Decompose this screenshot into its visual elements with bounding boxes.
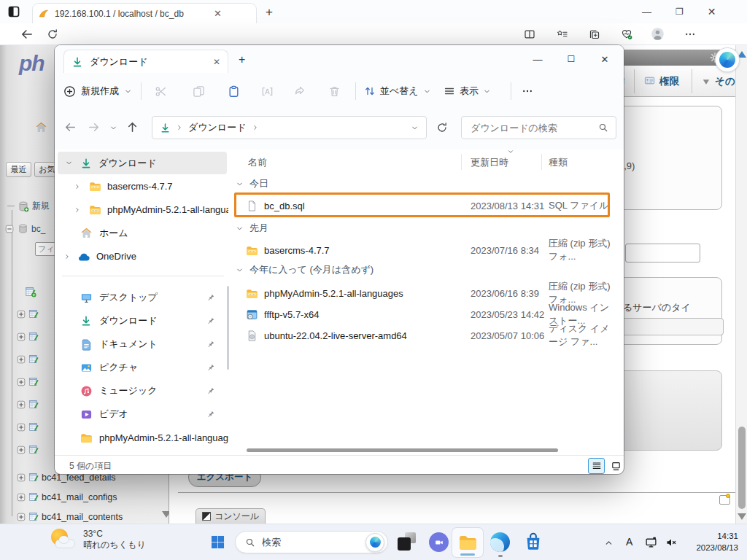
expand-plus-icon[interactable] <box>16 332 26 342</box>
group-header-earlier-this-year[interactable]: 今年に入って (今月は含めず) <box>236 263 374 276</box>
collapse-minus-icon[interactable] <box>4 224 15 234</box>
start-button[interactable] <box>210 534 225 550</box>
split-screen-icon[interactable] <box>524 28 535 40</box>
pma-console-tab[interactable]: コンソール <box>196 508 266 524</box>
details-view-button[interactable] <box>588 458 605 474</box>
horizontal-scrollbar-thumb[interactable] <box>247 448 558 452</box>
ime-mode-indicator[interactable]: A <box>626 536 632 548</box>
collections-icon[interactable] <box>589 28 600 40</box>
sidebar-item-downloads[interactable]: ダウンロード <box>58 309 227 332</box>
sidebar-item-home[interactable]: ホーム <box>58 222 227 244</box>
refresh-button[interactable] <box>436 122 448 133</box>
search-input[interactable] <box>469 122 598 134</box>
pma-table-row-mail-contents[interactable]: bc41_mail_contents <box>16 511 123 522</box>
new-tab-button[interactable]: + <box>266 6 273 18</box>
sidebar-item-basercms[interactable]: basercms-4.7.7 <box>58 175 227 198</box>
expand-plus-icon[interactable] <box>16 422 26 432</box>
sidebar-item-onedrive[interactable]: OneDrive <box>58 245 227 268</box>
browser-minimize-button[interactable]: — <box>642 7 651 18</box>
chevron-down-icon[interactable] <box>236 225 244 233</box>
view-button[interactable]: 表示 <box>444 80 491 102</box>
weather-widget[interactable]: 33°C 晴れのちくもり <box>48 527 146 552</box>
browser-essentials-icon[interactable] <box>621 28 632 40</box>
pma-table-row-mail-configs[interactable]: bc41_mail_configs <box>16 491 117 502</box>
chevron-right-icon[interactable] <box>63 253 71 260</box>
chevron-right-icon[interactable] <box>74 183 81 190</box>
taskbar-clock[interactable]: 14:31 2023/08/13 <box>681 530 738 553</box>
pma-tab-privileges[interactable]: 権限 <box>659 75 679 88</box>
breadcrumb-item[interactable]: ダウンロード <box>188 121 247 134</box>
expand-plus-icon[interactable] <box>16 377 26 387</box>
taskbar-edge-icon[interactable] <box>490 532 510 552</box>
favorites-bar-icon[interactable] <box>557 28 568 40</box>
browser-restore-button[interactable]: ❐ <box>676 7 684 17</box>
browser-tab[interactable]: 192.168.100.1 / localhost / bc_db ✕ <box>32 3 257 23</box>
scroll-down-icon[interactable] <box>738 513 746 520</box>
chevron-down-icon[interactable] <box>236 266 244 274</box>
pma-console-window-icon[interactable] <box>719 495 730 505</box>
nav-history-chevron-icon[interactable] <box>109 124 117 132</box>
breadcrumb-bar[interactable]: ダウンロード <box>152 116 427 139</box>
pma-tree-new-table[interactable] <box>25 286 36 298</box>
pma-table-row[interactable] <box>16 421 39 432</box>
address-dropdown-icon[interactable] <box>411 124 419 132</box>
file-row-basercms[interactable]: basercms-4.7.7 2023/07/16 8:34 圧縮 (zip 形… <box>236 239 615 261</box>
sidebar-scrollbar[interactable] <box>227 286 229 370</box>
search-box[interactable] <box>461 116 616 139</box>
new-item-button[interactable]: 新規作成 <box>63 80 132 102</box>
nav-back-button[interactable] <box>64 121 77 133</box>
group-header-today[interactable]: 今日 <box>236 177 268 190</box>
sidebar-item-pictures[interactable]: ピクチャ <box>58 356 227 379</box>
large-icons-view-button[interactable] <box>608 458 624 474</box>
sort-button[interactable]: 並べ替え <box>364 80 431 102</box>
sidebar-item-music[interactable]: ミュージック <box>58 379 227 402</box>
explorer-minimize-button[interactable]: — <box>521 48 554 70</box>
sidebar-item-videos[interactable]: ビデオ <box>58 402 227 426</box>
tab-close-icon[interactable]: ✕ <box>214 9 222 18</box>
taskbar-teams-icon[interactable] <box>429 532 449 552</box>
explorer-tab-close-icon[interactable]: ✕ <box>213 57 220 67</box>
browser-close-button[interactable]: ✕ <box>708 6 716 18</box>
pma-tab-more[interactable]: その <box>715 75 735 88</box>
more-options-button[interactable] <box>517 81 538 101</box>
sidebar-item-downloads-root[interactable]: ダウンロード <box>58 152 227 174</box>
taskbar-search[interactable]: 検索 <box>235 531 388 553</box>
expand-plus-icon[interactable] <box>16 354 26 365</box>
pma-scrollbar[interactable] <box>735 45 747 524</box>
paste-button[interactable] <box>223 81 244 101</box>
pma-recent-button[interactable]: 最近 <box>6 162 31 177</box>
bing-chat-button[interactable] <box>715 47 740 72</box>
pma-table-row[interactable] <box>16 354 39 365</box>
chevron-down-icon[interactable] <box>65 159 73 167</box>
explorer-close-button[interactable]: ✕ <box>588 48 622 70</box>
sidebar-item-phpmyadmin-folder[interactable]: phpMyAdmin-5.2.1-all-languages <box>58 426 228 449</box>
pma-tree-new-database[interactable]: 新規 <box>7 200 50 212</box>
expand-plus-icon[interactable] <box>16 472 26 483</box>
profile-avatar[interactable] <box>651 27 665 41</box>
pma-table-row[interactable] <box>16 331 39 342</box>
chevron-down-icon[interactable] <box>236 180 244 188</box>
group-header-last-month[interactable]: 先月 <box>236 222 268 235</box>
pma-table-row[interactable] <box>16 308 39 319</box>
browser-back-button[interactable] <box>20 28 34 41</box>
pma-table-row[interactable] <box>16 444 39 455</box>
network-icon[interactable] <box>645 536 657 548</box>
explorer-tab[interactable]: ダウンロード ✕ <box>63 50 228 73</box>
volume-muted-icon[interactable] <box>665 537 677 548</box>
tab-actions-icon[interactable] <box>7 5 20 18</box>
pma-home-icon[interactable] <box>35 121 47 133</box>
browser-menu-icon[interactable] <box>684 28 696 40</box>
pma-table-row[interactable] <box>16 399 39 410</box>
taskbar-app-squares[interactable] <box>398 532 417 552</box>
expand-plus-icon[interactable] <box>16 309 26 319</box>
nav-up-button[interactable] <box>126 121 139 133</box>
sidebar-item-desktop[interactable]: デスクトップ <box>58 286 227 309</box>
chevron-right-icon[interactable] <box>252 124 259 131</box>
expand-plus-icon[interactable] <box>16 512 26 522</box>
file-row-ubuntu[interactable]: ubuntu-22.04.2-live-server-amd64 2023/05… <box>236 324 615 346</box>
sidebar-item-documents[interactable]: ドキュメント <box>58 332 227 356</box>
column-header-type[interactable]: 種類 <box>549 156 568 169</box>
expand-plus-icon[interactable] <box>16 400 26 410</box>
expand-plus-icon[interactable] <box>16 445 26 455</box>
column-header-date[interactable]: 更新日時 <box>471 156 508 169</box>
